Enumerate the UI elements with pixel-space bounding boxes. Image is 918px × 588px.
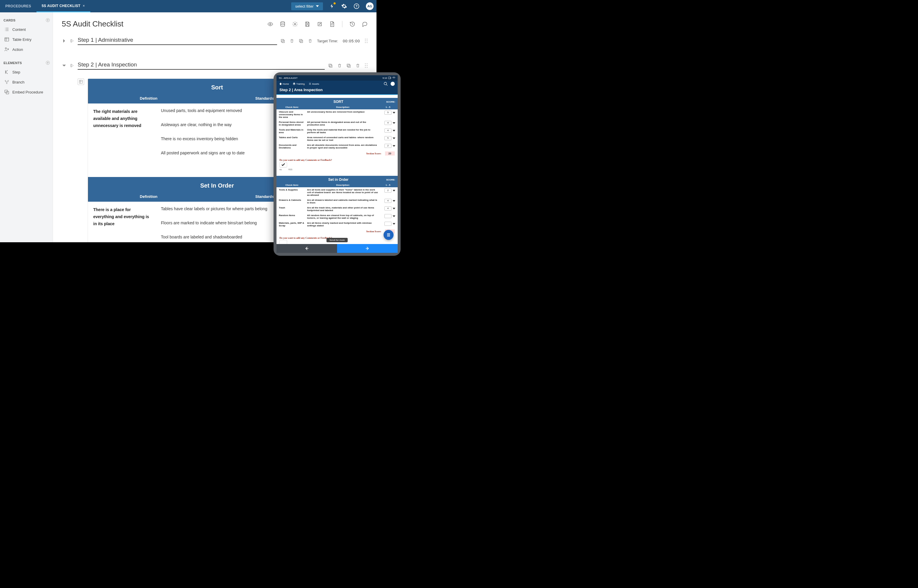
svg-point-16	[365, 39, 366, 40]
step-title[interactable]: Step 2 | Area Inspection	[78, 61, 325, 69]
target-time-value[interactable]: 00:05:00	[343, 39, 360, 43]
svg-rect-25	[348, 65, 350, 67]
branch-icon	[4, 79, 10, 85]
embed-icon	[4, 89, 10, 95]
score-input[interactable]: 2	[384, 144, 392, 148]
chevron-down-icon[interactable]	[393, 189, 395, 192]
close-icon[interactable]: ×	[83, 4, 85, 8]
help-icon[interactable]: ?	[353, 3, 359, 9]
score-input[interactable]: 4	[384, 199, 392, 203]
help-icon[interactable]: ?	[46, 18, 50, 22]
chevron-down-icon[interactable]	[393, 200, 395, 202]
avatar-icon[interactable]	[390, 82, 395, 86]
card-type-icon[interactable]	[78, 79, 84, 85]
crumb-home[interactable]: Home	[279, 82, 289, 85]
sidebar-item-content[interactable]: Content	[3, 24, 50, 34]
svg-rect-8	[6, 91, 9, 94]
drag-handle-icon[interactable]	[365, 63, 368, 68]
sidebar-item-embed-procedure[interactable]: Embed Procedure	[3, 87, 50, 97]
step-row-1: Step 1 | Administrative Target Time: 00:…	[62, 37, 368, 45]
chevron-down-icon[interactable]	[393, 223, 395, 225]
pdf-icon[interactable]	[329, 21, 335, 27]
svg-rect-24	[347, 64, 350, 66]
chevron-down-icon[interactable]	[393, 207, 395, 210]
search-icon[interactable]	[384, 82, 388, 86]
avatar-initials: AG	[368, 5, 372, 8]
trash-icon[interactable]	[290, 39, 294, 43]
svg-point-10	[281, 21, 285, 23]
skip-icon[interactable]	[70, 63, 74, 68]
copy-icon[interactable]	[299, 39, 303, 43]
check-item: Personal items stored in designated area…	[279, 121, 305, 126]
external-link-icon[interactable]	[317, 21, 323, 27]
copy-icon[interactable]	[281, 39, 285, 43]
chevron-down-icon	[316, 5, 319, 7]
fab-menu-button[interactable]	[384, 230, 393, 240]
chevron-down-icon[interactable]	[62, 63, 66, 68]
history-icon[interactable]	[350, 21, 355, 27]
trash-icon[interactable]	[337, 63, 342, 68]
chevron-down-icon[interactable]	[393, 122, 395, 124]
feedback-toggle[interactable]	[279, 162, 287, 167]
sidebar-section-elements: ELEMENTS ?	[3, 61, 50, 65]
audit-row: Tools & SuppliesAre all tools and suppli…	[277, 187, 398, 197]
eye-icon[interactable]	[267, 21, 273, 27]
svg-rect-34	[390, 78, 391, 78]
svg-point-29	[367, 65, 368, 66]
crumb-assets[interactable]: Assets	[309, 82, 319, 85]
step-row-2: Step 2 | Area Inspection	[62, 61, 368, 69]
tablet-scroll[interactable]: SORT SCORE: Check Item: Description: 1 -…	[277, 95, 398, 253]
skip-icon[interactable]	[70, 39, 74, 43]
database-icon[interactable]	[280, 21, 286, 27]
settings-icon[interactable]	[292, 21, 298, 27]
save-icon[interactable]	[304, 21, 310, 27]
gear-icon[interactable]	[341, 3, 347, 9]
svg-point-18	[365, 40, 366, 42]
audit-row: Obscure and unnecessary items in the are…	[277, 109, 398, 120]
trash-icon[interactable]	[356, 63, 360, 68]
score-input[interactable]: 5	[384, 136, 392, 140]
sidebar-item-action[interactable]: Action	[3, 44, 50, 54]
svg-rect-23	[330, 65, 332, 67]
crumb-training[interactable]: Training	[293, 82, 305, 85]
sidebar-item-step[interactable]: Step	[3, 67, 50, 77]
score-input[interactable]: 4	[384, 207, 392, 210]
select-filter-button[interactable]: select filter	[291, 2, 323, 10]
definition-text: The right materials are available and an…	[93, 108, 152, 165]
sidebar-item-branch[interactable]: Branch	[3, 77, 50, 87]
comment-icon[interactable]	[362, 21, 368, 27]
svg-rect-12	[281, 39, 283, 42]
sidebar-item-label: Content	[12, 27, 26, 32]
chevron-down-icon[interactable]	[393, 129, 395, 132]
nav-back-button[interactable]	[277, 244, 337, 253]
score-input[interactable]: 4	[384, 128, 392, 132]
tab-5s-audit[interactable]: 5S AUDIT CHECKLIST ×	[36, 0, 90, 12]
score-input[interactable]: 4	[384, 121, 392, 125]
svg-point-17	[367, 39, 368, 40]
score-input[interactable]	[384, 222, 392, 226]
score-input[interactable]: 2	[384, 189, 392, 192]
drag-handle-icon[interactable]	[365, 39, 368, 43]
svg-point-4	[5, 80, 6, 81]
tablet-crumbs: Home Training Assets	[279, 82, 319, 85]
copy-icon[interactable]	[346, 63, 351, 68]
chevron-down-icon[interactable]	[393, 111, 395, 114]
trash-icon[interactable]	[308, 39, 312, 43]
chevron-right-icon[interactable]	[62, 39, 66, 43]
score-input[interactable]	[384, 214, 392, 218]
copy-icon[interactable]	[328, 63, 333, 68]
tab-procedures[interactable]: PROCEDURES	[0, 0, 36, 12]
svg-text:?: ?	[355, 4, 357, 8]
chevron-down-icon[interactable]	[393, 215, 395, 218]
step-title[interactable]: Step 1 | Administrative	[78, 37, 277, 45]
score-input[interactable]: 5	[384, 111, 392, 115]
avatar[interactable]: AG	[366, 2, 374, 10]
chevron-down-icon[interactable]	[393, 137, 395, 140]
help-icon[interactable]: ?	[46, 61, 50, 65]
bolt-icon[interactable]	[329, 3, 335, 9]
sidebar-item-table-entry[interactable]: Table Entry	[3, 34, 50, 44]
check-description: All unnecessary items are removed from w…	[307, 111, 379, 113]
nav-forward-button[interactable]	[337, 244, 398, 253]
check-item: Tools and Materials in area	[279, 128, 305, 134]
chevron-down-icon[interactable]	[393, 145, 395, 147]
